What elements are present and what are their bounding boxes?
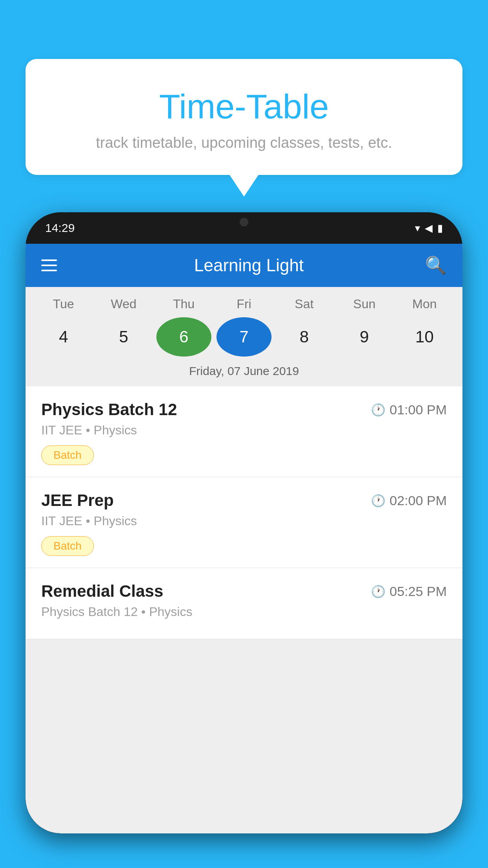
schedule-item-1-header: Physics Batch 12 🕐 01:00 PM	[41, 400, 447, 419]
schedule-item-2[interactable]: JEE Prep 🕐 02:00 PM IIT JEE • Physics Ba…	[26, 477, 462, 568]
date-5[interactable]: 5	[96, 317, 151, 357]
phone-screen: Learning Light 🔍 Tue Wed Thu Fri Sat Sun…	[26, 244, 462, 833]
status-bar: 14:29 ▾ ◀ ▮	[26, 212, 462, 244]
calendar-section: Tue Wed Thu Fri Sat Sun Mon 4 5 6 7 8 9 …	[26, 287, 462, 386]
date-7-selected[interactable]: 7	[216, 317, 272, 357]
status-time: 14:29	[45, 221, 75, 235]
battery-icon: ▮	[437, 222, 443, 234]
weekday-sun: Sun	[337, 297, 392, 311]
batch-badge-2: Batch	[41, 536, 94, 556]
time-value-2: 02:00 PM	[389, 493, 447, 508]
weekday-tue: Tue	[36, 297, 91, 311]
weekday-fri: Fri	[216, 297, 272, 311]
schedule-item-1[interactable]: Physics Batch 12 🕐 01:00 PM IIT JEE • Ph…	[26, 386, 462, 477]
schedule-title-2: JEE Prep	[41, 491, 114, 510]
app-title: Learning Light	[73, 256, 425, 275]
schedule-subtitle-3: Physics Batch 12 • Physics	[41, 605, 447, 619]
bubble-title: Time-Table	[49, 86, 439, 127]
batch-badge-1: Batch	[41, 445, 94, 465]
schedule-time-2: 🕐 02:00 PM	[371, 493, 447, 508]
date-8[interactable]: 8	[277, 317, 332, 357]
schedule-subtitle-1: IIT JEE • Physics	[41, 423, 447, 438]
phone-frame: 14:29 ▾ ◀ ▮ Learning Light 🔍	[26, 212, 462, 833]
date-4[interactable]: 4	[36, 317, 91, 357]
clock-icon-3: 🕐	[371, 585, 385, 598]
schedule-subtitle-2: IIT JEE • Physics	[41, 514, 447, 528]
weekday-wed: Wed	[96, 297, 151, 311]
notch	[220, 212, 268, 232]
weekday-thu: Thu	[156, 297, 211, 311]
clock-icon-2: 🕐	[371, 494, 385, 508]
bubble-subtitle: track timetable, upcoming classes, tests…	[49, 134, 439, 151]
schedule-title-3: Remedial Class	[41, 582, 163, 601]
phone-wrapper: 14:29 ▾ ◀ ▮ Learning Light 🔍	[26, 212, 462, 868]
schedule-item-3[interactable]: Remedial Class 🕐 05:25 PM Physics Batch …	[26, 568, 462, 639]
camera-dot	[240, 218, 248, 226]
time-value-1: 01:00 PM	[389, 402, 447, 417]
schedule-title-1: Physics Batch 12	[41, 400, 177, 419]
weekday-mon: Mon	[397, 297, 452, 311]
schedule-time-3: 🕐 05:25 PM	[371, 584, 447, 599]
search-icon[interactable]: 🔍	[425, 255, 447, 276]
wifi-icon: ▾	[415, 222, 420, 234]
signal-icon: ◀	[425, 222, 433, 234]
schedule-list: Physics Batch 12 🕐 01:00 PM IIT JEE • Ph…	[26, 386, 462, 639]
schedule-time-1: 🕐 01:00 PM	[371, 402, 447, 417]
speech-bubble: Time-Table track timetable, upcoming cla…	[26, 59, 462, 175]
weekday-sat: Sat	[277, 297, 332, 311]
schedule-item-2-header: JEE Prep 🕐 02:00 PM	[41, 491, 447, 510]
weekdays-row: Tue Wed Thu Fri Sat Sun Mon	[26, 297, 462, 311]
menu-icon[interactable]	[41, 259, 57, 271]
schedule-item-3-header: Remedial Class 🕐 05:25 PM	[41, 582, 447, 601]
selected-date-label: Friday, 07 June 2019	[26, 364, 462, 386]
speech-bubble-container: Time-Table track timetable, upcoming cla…	[26, 59, 462, 175]
clock-icon-1: 🕐	[371, 403, 385, 417]
date-6-today[interactable]: 6	[156, 317, 211, 357]
time-value-3: 05:25 PM	[389, 584, 447, 599]
dates-row: 4 5 6 7 8 9 10	[26, 317, 462, 357]
status-icons: ▾ ◀ ▮	[415, 222, 443, 234]
date-10[interactable]: 10	[397, 317, 452, 357]
app-header: Learning Light 🔍	[26, 244, 462, 287]
date-9[interactable]: 9	[337, 317, 392, 357]
